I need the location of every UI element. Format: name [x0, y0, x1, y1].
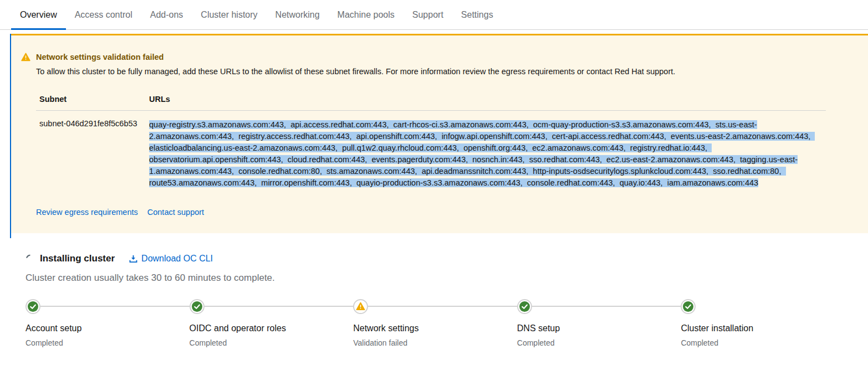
network-validation-alert: Network settings validation failed To al… — [11, 34, 868, 233]
subnet-id-cell: subnet-046d291fe8f5c6b53 — [36, 111, 146, 197]
review-egress-requirements-link[interactable]: Review egress requirements — [36, 208, 138, 217]
step-status: Completed — [190, 338, 354, 347]
step-connector — [368, 306, 517, 307]
tab-settings[interactable]: Settings — [452, 0, 502, 29]
contact-support-link[interactable]: Contact support — [147, 208, 204, 217]
download-oc-cli-label: Download OC CLI — [141, 254, 213, 264]
step-label: OIDC and operator roles — [190, 323, 354, 333]
column-header-subnet: Subnet — [36, 90, 146, 111]
step-status: Completed — [25, 338, 190, 347]
install-progress-stepper: Account setup Completed OIDC and operato… — [25, 299, 851, 347]
warning-triangle-icon — [21, 53, 30, 61]
step-status: Completed — [517, 338, 681, 347]
table-row: subnet-046d291fe8f5c6b53 quay-registry.s… — [36, 111, 826, 197]
step-label: Cluster installation — [681, 323, 845, 333]
step-connector — [40, 306, 190, 307]
step-connector — [205, 306, 354, 307]
subnet-urls-table: Subnet URLs subnet-046d291fe8f5c6b53 qua… — [36, 90, 826, 197]
step-dns-setup: DNS setup Completed — [517, 299, 681, 347]
install-note: Cluster creation usually takes 30 to 60 … — [25, 273, 851, 284]
step-status: Completed — [681, 338, 845, 347]
alert-description: To allow this cluster to be fully manage… — [36, 67, 826, 76]
step-oidc-operator-roles: OIDC and operator roles Completed — [190, 299, 354, 347]
column-header-urls: URLs — [146, 90, 826, 111]
urls-cell: quay-registry.s3.amazonaws.com:443, api.… — [146, 111, 826, 197]
warning-triangle-icon — [353, 299, 368, 314]
success-check-icon — [25, 299, 40, 314]
tab-networking[interactable]: Networking — [267, 0, 329, 29]
selected-urls-text: quay-registry.s3.amazonaws.com:443, api.… — [149, 120, 815, 187]
step-connector — [532, 306, 681, 307]
success-check-icon — [190, 299, 205, 314]
step-cluster-installation: Cluster installation Completed — [681, 299, 845, 347]
tab-cluster-history[interactable]: Cluster history — [192, 0, 266, 29]
success-check-icon — [517, 299, 532, 314]
alert-title: Network settings validation failed — [36, 52, 164, 61]
download-icon — [129, 255, 137, 263]
tab-add-ons[interactable]: Add-ons — [141, 0, 192, 29]
step-account-setup: Account setup Completed — [25, 299, 190, 347]
install-section-title: Installing cluster — [40, 253, 115, 264]
tab-overview[interactable]: Overview — [11, 0, 66, 29]
tab-access-control[interactable]: Access control — [66, 0, 141, 29]
step-status: Validation failed — [353, 338, 517, 347]
in-progress-spinner-icon — [25, 254, 35, 264]
step-label: Network settings — [353, 323, 517, 333]
success-check-icon — [681, 299, 696, 314]
step-label: DNS setup — [517, 323, 681, 333]
tab-support[interactable]: Support — [404, 0, 452, 29]
step-network-settings: Network settings Validation failed — [353, 299, 517, 347]
download-oc-cli-link[interactable]: Download OC CLI — [129, 254, 213, 264]
cluster-tabs: Overview Access control Add-ons Cluster … — [0, 0, 868, 30]
step-label: Account setup — [25, 323, 190, 333]
tab-machine-pools[interactable]: Machine pools — [329, 0, 404, 29]
installing-cluster-section: Installing cluster Download OC CLI Clust… — [0, 233, 868, 365]
selection-edge-line — [10, 34, 11, 238]
